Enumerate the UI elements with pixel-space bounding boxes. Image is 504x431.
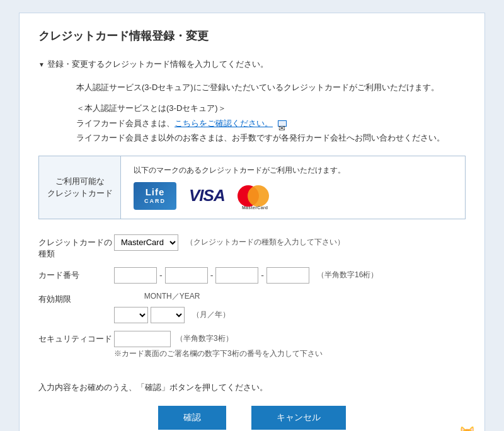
expiry-controls: MONTH／YEAR 01 02 03 04 05 06 07 08 09 10	[114, 291, 230, 323]
card-info-top-text: 以下のマークのあるクレジットカードがご利用いただけます。	[134, 165, 452, 176]
info-heading: ＜本人認証サービスとは(3-Dセキュア)＞	[76, 101, 466, 115]
card-logos: Life CARD VISA MasterCard	[134, 182, 452, 210]
expiry-year-select[interactable]: 2024 2025 2026 2027 2028 2029 2030	[151, 307, 185, 323]
card-number-label: カード番号	[38, 267, 114, 281]
mail-icon: ✉	[278, 120, 287, 127]
security-code-note: ※カード裏面のご署名欄の数字下3桁の番号を入力して下さい	[114, 348, 323, 359]
card-number-3[interactable]	[215, 267, 258, 284]
info-block: 本人認証サービス(3-Dセキュア)にご登録いただいているクレジットカードがご利用…	[76, 80, 466, 146]
card-number-row: カード番号 - - - （半角数字16桁）	[38, 267, 466, 284]
triangle-icon: ▼	[38, 61, 45, 68]
mastercard-logo: MasterCard	[238, 183, 273, 209]
card-type-row: クレジットカードの種類 MasterCard VISA Life Card （ク…	[38, 234, 466, 260]
card-number-controls: - - - （半角数字16桁）	[114, 267, 378, 284]
card-number-1[interactable]	[114, 267, 157, 284]
button-row: 確認 キャンセル	[38, 406, 466, 430]
confirm-button[interactable]: 確認	[158, 406, 226, 430]
card-type-label: クレジットカードの種類	[38, 234, 114, 260]
security-code-controls: （半角数字3桁） ※カード裏面のご署名欄の数字下3桁の番号を入力して下さい	[114, 331, 323, 359]
life-card-logo: Life CARD	[134, 182, 176, 210]
mascot: 🐱	[459, 426, 476, 431]
info-line1: 本人認証サービス(3-Dセキュア)にご登録いただいているクレジットカードがご利用…	[76, 80, 466, 95]
expiry-row: 有効期限 MONTH／YEAR 01 02 03 04 05 06 07 08 …	[38, 291, 466, 323]
separator-1: -	[159, 270, 163, 280]
security-code-input[interactable]	[114, 331, 171, 347]
cancel-button[interactable]: キャンセル	[251, 406, 346, 430]
card-info-content: 以下のマークのあるクレジットカードがご利用いただけます。 Life CARD V…	[121, 156, 465, 219]
month-year-selects: 01 02 03 04 05 06 07 08 09 10 11 12	[114, 307, 230, 323]
life-text: Life	[146, 187, 165, 198]
card-type-select[interactable]: MasterCard VISA Life Card	[114, 234, 178, 251]
confirm-text: 入力内容をお確めのうえ、「確認」ボタンを押してください。	[38, 382, 466, 393]
card-number-4[interactable]	[266, 267, 309, 284]
card-number-inputs: - - -	[114, 267, 309, 284]
expiry-month-label: （月／年）	[192, 309, 230, 320]
info-line3: ライフカード会員さま以外のお客さまは、お手数ですが各発行カード会社へお問い合わせ…	[76, 130, 466, 145]
expiry-label: 有効期限	[38, 291, 114, 305]
card-number-hint: （半角数字16桁）	[317, 270, 378, 280]
card-info-label: ご利用可能なクレジットカード	[39, 156, 121, 219]
card-info-table: ご利用可能なクレジットカード 以下のマークのあるクレジットカードがご利用いただけ…	[38, 156, 466, 219]
security-code-hint: （半角数字3桁）	[176, 333, 233, 344]
confirm-link[interactable]: こちらをご確認ください。	[175, 118, 273, 128]
security-code-row: セキュリティコード （半角数字3桁） ※カード裏面のご署名欄の数字下3桁の番号を…	[38, 331, 466, 359]
visa-logo: VISA	[189, 186, 225, 205]
mc-label: MasterCard	[238, 205, 273, 210]
section-desc: ▼登録・変更するクレジットカード情報を入力してください。	[38, 59, 466, 70]
card-type-hint: （クレジットカードの種類を入力して下さい）	[186, 237, 345, 248]
mc-circle-right	[248, 185, 269, 207]
card-type-controls: MasterCard VISA Life Card （クレジットカードの種類を入…	[114, 234, 345, 251]
separator-2: -	[210, 270, 214, 280]
security-code-label: セキュリティコード	[38, 331, 114, 345]
page-title: クレジットカード情報登録・変更	[38, 28, 466, 49]
expiry-month-select[interactable]: 01 02 03 04 05 06 07 08 09 10 11 12	[114, 307, 148, 323]
separator-3: -	[261, 270, 264, 280]
card-text: CARD	[144, 198, 166, 205]
main-container: クレジットカード情報登録・変更 ▼登録・変更するクレジットカード情報を入力してく…	[19, 13, 485, 431]
form-section: クレジットカードの種類 MasterCard VISA Life Card （ク…	[38, 234, 466, 359]
info-line2: ライフカード会員さまは、こちらをご確認ください。 ✉	[76, 116, 466, 130]
month-year-label: MONTH／YEAR	[144, 291, 200, 302]
card-number-2[interactable]	[165, 267, 208, 284]
